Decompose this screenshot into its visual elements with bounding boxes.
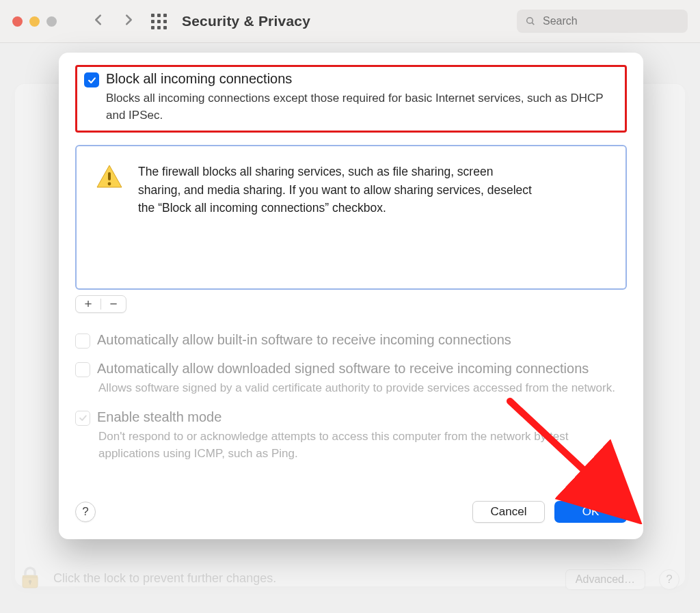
add-button[interactable]: + — [76, 296, 100, 312]
search-input[interactable] — [541, 14, 679, 28]
ok-button[interactable]: OK — [554, 501, 627, 523]
warning-message: The firewall blocks all sharing services… — [138, 163, 535, 272]
zoom-window-icon[interactable] — [46, 16, 57, 27]
svg-line-1 — [532, 23, 534, 25]
auto-signed-description: Allows software signed by a valid certif… — [98, 380, 627, 397]
app-list-box: The firewall blocks all sharing services… — [75, 145, 627, 290]
checkbox-stealth — [75, 411, 90, 426]
checkbox-auto-builtin — [75, 333, 90, 349]
auto-signed-label: Automatically allow downloaded signed so… — [97, 361, 589, 377]
svg-point-0 — [527, 18, 533, 24]
remove-button[interactable]: − — [101, 296, 126, 312]
firewall-options-sheet: Block all incoming connections Blocks al… — [59, 53, 643, 539]
block-all-label: Block all incoming connections — [106, 71, 292, 87]
auto-builtin-label: Automatically allow built-in software to… — [97, 332, 511, 348]
check-icon — [78, 413, 88, 423]
cancel-button[interactable]: Cancel — [472, 501, 545, 523]
block-all-description: Blocks all incoming connections except t… — [106, 90, 618, 124]
search-field[interactable] — [517, 10, 688, 33]
help-button-sheet[interactable]: ? — [75, 502, 96, 522]
back-icon[interactable] — [91, 12, 106, 30]
warning-icon — [96, 164, 123, 272]
search-icon — [525, 16, 536, 27]
stealth-label: Enable stealth mode — [97, 409, 221, 425]
window-title: Security & Privacy — [182, 13, 310, 29]
checkbox-auto-signed — [75, 362, 90, 377]
annotation-highlight-box: Block all incoming connections Blocks al… — [75, 65, 627, 133]
svg-rect-6 — [108, 172, 111, 180]
stealth-description: Don't respond to or acknowledge attempts… — [98, 428, 627, 462]
minimize-window-icon[interactable] — [29, 16, 40, 27]
window-toolbar: Security & Privacy — [0, 0, 700, 42]
add-remove-bar: + − — [75, 295, 126, 313]
forward-icon[interactable] — [121, 12, 136, 30]
close-window-icon[interactable] — [12, 16, 23, 27]
check-icon — [87, 75, 97, 85]
apps-grid-icon[interactable] — [151, 14, 167, 29]
checkbox-block-all[interactable] — [84, 72, 99, 87]
nav-arrows — [91, 12, 136, 30]
svg-point-7 — [108, 182, 111, 186]
traffic-lights — [12, 16, 57, 27]
